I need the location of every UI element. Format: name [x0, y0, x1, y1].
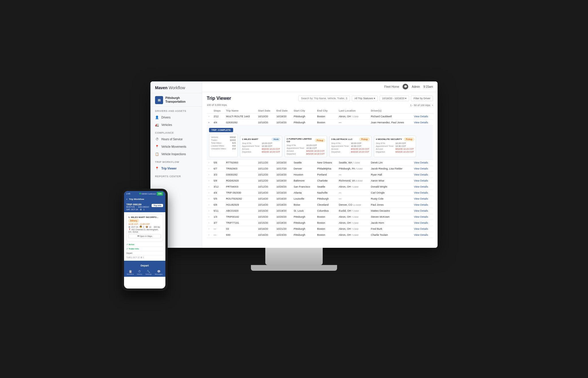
view-details-link[interactable]: View Details — [414, 215, 428, 218]
table-row[interactable]: ›5/6RTT9299310/11/2010/16/20SeattleNew O… — [207, 160, 433, 166]
trip-viewer-header: Trip Viewer All Trip Statuses ▾ 10/16/20… — [207, 96, 433, 101]
footer-icon-history[interactable]: ⏱ History — [137, 270, 142, 275]
view-details-link[interactable]: View Details — [414, 185, 428, 188]
view-details-link[interactable]: View Details — [414, 167, 428, 170]
phone-action-depart[interactable]: Depart — [126, 251, 163, 255]
view-details-link[interactable]: View Details — [414, 121, 428, 124]
fleet-home-link[interactable]: Fleet Home — [384, 85, 399, 88]
sidebar-item-hos[interactable]: ⏱ Hours of Service — [150, 135, 202, 143]
search-input[interactable] — [298, 96, 350, 101]
pagination-next[interactable]: › — [432, 104, 433, 107]
phone-trip-header: TRIP 099189 BOSTON → SAN DIEGO Trip Info… — [124, 202, 165, 212]
sidebar-item-vehicles[interactable]: 🚛 Vehicles — [150, 121, 202, 128]
table-row[interactable]: ›—93010/16/2010/23/20PittsburghBostonAkr… — [207, 232, 433, 238]
phone-stop-card: 1. MILES MART INCORPO... Delivery 10:35 … — [126, 214, 163, 241]
table-row[interactable]: › 2/12 MULTI ROUTE 1443 10/10/20 10/18/2… — [207, 114, 433, 120]
phone-screen: 2:45 538494 Confirmed ON ‹ Trip Workflow — [124, 191, 165, 289]
view-details-link[interactable]: View Details — [414, 203, 428, 206]
view-details-link[interactable]: View Details — [414, 161, 428, 164]
trips-table: Stops Trip Name Start Date End Date Star… — [207, 108, 433, 238]
phone-nav: ‹ Trip Workflow — [124, 196, 165, 202]
col-actions — [412, 108, 433, 114]
expand-btn[interactable]: › — [208, 173, 209, 176]
sidebar-item-inspections[interactable]: 📋 Vehicle Inspections — [150, 150, 202, 158]
table-row[interactable]: ›3/12PRT9400310/12/2010/20/20San Francis… — [207, 184, 433, 190]
table-row[interactable]: ›4/4TRIP 09293010/14/2010/16/20AtlantaNa… — [207, 190, 433, 196]
expand-btn[interactable]: › — [208, 115, 209, 118]
table-row[interactable]: ›1/3TRIP0019210/15/2010/20/20PittsburghB… — [207, 214, 433, 220]
pagination-info: 1 - 50 of 100 trips › — [410, 104, 433, 107]
view-details-link[interactable]: View Details — [414, 115, 428, 118]
depart-btn[interactable]: Depart — [125, 262, 164, 269]
phone-trip-date: SAT, OCT 24 — [126, 209, 138, 211]
sidebar-item-drivers[interactable]: 👤 Drivers — [150, 114, 202, 121]
expand-btn[interactable]: › — [208, 227, 209, 230]
expanded-content: TRIP: COMPLETE Vehicle:93032 Trailer:320… — [207, 126, 433, 159]
expand-btn[interactable]: › — [208, 203, 209, 206]
view-details-link[interactable]: View Details — [414, 227, 428, 230]
stop-card-1: 1 MILES MART Hook Stop ETA:10:23 COT App… — [240, 136, 282, 157]
open-in-maps-btn[interactable]: 🗺 Open in Maps — [128, 234, 161, 238]
chat-icon[interactable]: 💬 — [403, 84, 408, 89]
phone-action-trailer[interactable]: ✓ Trailer Info — [126, 247, 163, 251]
sidebar-label-vehicles: Vehicles — [161, 123, 172, 126]
expand-btn[interactable]: › — [208, 179, 209, 182]
time-label: 9:15am — [423, 85, 433, 88]
view-details-link[interactable]: View Details — [414, 209, 428, 212]
view-details-link[interactable]: View Details — [414, 221, 428, 224]
view-details-link[interactable]: View Details — [414, 179, 428, 182]
expand-btn[interactable]: › — [208, 215, 209, 218]
col-lastloc: Last Location — [337, 108, 369, 114]
table-row[interactable]: ›5/8RDD8292010/12/2010/18/20BaltimoreCha… — [207, 178, 433, 184]
table-row[interactable]: ›3/30393028210/12/2010/16/20HoustonPortl… — [207, 172, 433, 178]
expand-btn[interactable]: › — [208, 121, 209, 124]
driver-filter-btn[interactable]: Filter by Driver — [411, 96, 433, 101]
footer-icon-messages[interactable]: 💬 Messages — [155, 270, 163, 275]
expand-btn[interactable]: › — [208, 191, 209, 194]
section-title-reports: Reports Center — [150, 172, 202, 179]
phone-nav-title: Trip Workflow — [129, 198, 144, 200]
sidebar-item-movements[interactable]: 📍 Vehicle Movements — [150, 143, 202, 150]
phone-action-arrive[interactable]: ✓ Arrive — [126, 243, 163, 247]
table-row[interactable]: ›6/8HGU8292910/14/2010/18/20BoiseClevela… — [207, 202, 433, 208]
expanded-row: TRIP: COMPLETE Vehicle:93032 Trailer:320… — [207, 126, 433, 160]
stop-card-2: 2 FURNITURE LIMITED CO Pickup Stop ETA:1… — [285, 136, 327, 157]
table-row[interactable]: ›5/5ROUT82929210/14/2010/16/20Louisville… — [207, 196, 433, 202]
expand-btn[interactable]: › — [208, 161, 209, 164]
table-row[interactable]: ›—0310/16/2010/21/20PittsburghBostonAkro… — [207, 226, 433, 232]
expand-btn[interactable]: › — [208, 185, 209, 188]
table-row[interactable]: ›5/11ABC0192010/15/2010/19/20St. LouisCo… — [207, 208, 433, 214]
company-section[interactable]: 🏢 Pittsburgh Transportation — [150, 93, 202, 107]
table-row[interactable]: ›6/7TRI9290310/11/2010/17/20DenverPhilad… — [207, 166, 433, 172]
footer-icon-workflow[interactable]: 📋 Workflow — [127, 270, 134, 275]
sidebar-item-tripviewer[interactable]: 📍 Trip Viewer — [150, 165, 202, 172]
table-row[interactable]: ›3/7TRIP7719110/15/2010/18/20PittsburghB… — [207, 220, 433, 226]
view-details-link[interactable]: View Details — [414, 191, 428, 194]
view-details-link[interactable]: View Details — [414, 173, 428, 176]
table-row[interactable]: › 4/4 02830282 10/10/20 10/16/20 Pittsbu… — [207, 120, 433, 126]
phone-trip-stops: 1 — [144, 209, 145, 211]
col-start: Start Date — [256, 108, 275, 114]
footer-icon-settings[interactable]: 🔧 Settings — [146, 270, 152, 275]
view-details-link[interactable]: View Details — [414, 197, 428, 200]
admin-label[interactable]: Admin — [412, 85, 420, 88]
phone-next-day: TUES, OCT 27 🗓 1 — [126, 255, 163, 259]
action-arrive-label: ✓ Arrive — [126, 243, 134, 246]
expand-btn[interactable]: › — [208, 233, 209, 236]
top-bar: Fleet Home 💬 Admin 9:15am — [202, 81, 438, 92]
phone-bottom-bar: Depart 📋 Workflow ⏱ History 🔧 Settings — [124, 261, 165, 277]
expand-btn[interactable]: › — [208, 197, 209, 200]
phone-back-btn[interactable]: ‹ — [126, 198, 127, 201]
phone-stop-date: 🗓 OCT 24 🧑 2 📦 10 300 lbs — [128, 226, 161, 228]
status-filter-btn[interactable]: All Trip Statuses ▾ — [352, 96, 378, 101]
vehicle-info-panel: Vehicle:93032 Trailer:32003 Total Miles:… — [209, 134, 238, 157]
col-endcity: End City — [316, 108, 337, 114]
trip-info-btn[interactable]: Trip Info — [152, 204, 163, 207]
expand-btn[interactable]: › — [208, 167, 209, 170]
trip-complete-badge: TRIP: COMPLETE — [209, 128, 233, 132]
sidebar-logo: Maven Workflow — [150, 81, 202, 93]
view-details-link[interactable]: View Details — [414, 233, 428, 236]
date-filter-btn[interactable]: 10/16/20 - 10/16/20 ▾ — [380, 96, 409, 101]
expand-btn[interactable]: › — [208, 209, 209, 212]
expand-btn[interactable]: › — [208, 221, 209, 224]
